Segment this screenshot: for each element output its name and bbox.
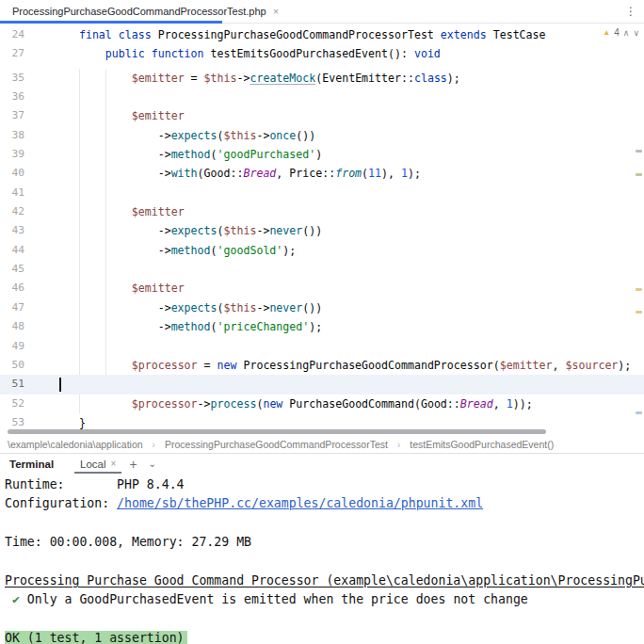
text-caret (59, 378, 61, 392)
code-line[interactable]: 37 $emitter (0, 106, 644, 125)
code-text: $processor = new ProcessingPurchaseGoodC… (24, 356, 631, 375)
warning-icon: ▲ (603, 28, 610, 37)
line-number: 49 (0, 337, 24, 356)
code-text (24, 184, 53, 202)
check-icon: ✔ (5, 592, 27, 606)
breadcrumb: \example\caledonia\application›Processin… (0, 436, 644, 453)
code-line[interactable]: 48 ->method('priceChanged'); (0, 317, 644, 336)
breadcrumb-separator-icon: › (397, 440, 400, 450)
line-number: 39 (0, 145, 24, 164)
code-line[interactable]: 50 $processor = new ProcessingPurchaseGo… (0, 356, 644, 375)
config-file-link[interactable]: /home/sb/thePHP.cc/examples/caledonia/ph… (117, 496, 483, 510)
stripe-mark[interactable] (636, 150, 642, 153)
line-number: 51 (0, 375, 24, 394)
code-line[interactable]: 51 (0, 375, 644, 394)
ide-window: ProcessingPurchaseGoodCommandProcessorTe… (0, 0, 644, 644)
code-line[interactable]: 36 (0, 88, 644, 106)
terminal-line: Configuration: /home/sb/thePHP.cc/exampl… (5, 494, 644, 513)
test-ok-badge: OK (1 test, 1 assertion) (5, 631, 187, 644)
code-line[interactable]: 52 $processor->process(new PurchaseGoodC… (0, 394, 644, 413)
line-number: 43 (0, 221, 24, 240)
code-text (24, 337, 53, 356)
code-text: ->expects($this->never()) (24, 298, 322, 317)
code-text: final class ProcessingPurchaseGoodComman… (24, 25, 546, 44)
code-text (24, 260, 53, 279)
new-terminal-icon[interactable]: + (129, 457, 137, 472)
code-text: $emitter (24, 106, 185, 125)
tab-title: ProcessingPurchaseGoodCommandProcessorTe… (12, 6, 266, 17)
code-text: $emitter (24, 279, 185, 298)
code-text: $processor->process(new PurchaseGoodComm… (24, 394, 533, 413)
code-line[interactable]: 40 ->with(Good::Bread, Price::from(11), … (0, 164, 644, 183)
line-number: 36 (0, 88, 24, 106)
code-line[interactable]: 38 ->expects($this->once()) (0, 126, 644, 145)
code-line[interactable]: 42 $emitter (0, 202, 644, 221)
next-problem-icon[interactable]: ∨ (633, 28, 639, 38)
code-text: ->expects($this->once()) (24, 126, 315, 145)
code-line[interactable]: 44 ->method('goodSold'); (0, 241, 644, 260)
terminal-line: ✔ Only a GoodPurchasedEvent is emitted w… (5, 590, 644, 609)
code-line[interactable]: 24 final class ProcessingPurchaseGoodCom… (0, 25, 644, 44)
breadcrumb-item[interactable]: testEmitsGoodPurchasedEvent() (410, 439, 554, 450)
code-line[interactable]: 45 (0, 260, 644, 279)
inspection-widget[interactable]: ▲4 ∧ ∨ (603, 27, 639, 38)
editor-tab-bar: ProcessingPurchaseGoodCommandProcessorTe… (0, 0, 644, 24)
stripe-mark[interactable] (636, 311, 642, 314)
terminal-tab-close-icon[interactable]: × (111, 459, 117, 469)
code-text: ->method('priceChanged'); (24, 317, 322, 336)
code-text: $emitter (24, 202, 185, 221)
tab-close-icon[interactable]: × (273, 6, 279, 17)
code-line[interactable]: 39 ->method('goodPurchased') (0, 145, 644, 164)
line-number: 27 (0, 44, 24, 63)
stripe-mark[interactable] (636, 411, 642, 414)
terminal-line (5, 610, 644, 629)
stripe-mark[interactable] (636, 288, 642, 291)
terminal-line (5, 553, 644, 572)
terminal-toolbar: Terminal Local × + ⌄ (0, 453, 644, 474)
horizontal-scrollbar[interactable] (8, 429, 546, 434)
tab-file[interactable]: ProcessingPurchaseGoodCommandProcessorTe… (0, 0, 222, 23)
code-text: ->method('goodPurchased') (24, 145, 322, 164)
line-number: 52 (0, 394, 24, 413)
code-line[interactable]: 46 $emitter (0, 279, 644, 298)
line-number: 40 (0, 164, 24, 183)
kebab-menu-icon[interactable]: ⋮ (618, 5, 644, 18)
line-number: 44 (0, 241, 24, 260)
code-line[interactable]: 27 public function testEmitsGoodPurchase… (0, 44, 644, 63)
code-text: ->with(Good::Bread, Price::from(11), 1); (24, 164, 421, 183)
terminal-line: Time: 00:00.008, Memory: 27.29 MB (5, 533, 644, 552)
code-line[interactable]: 35 $emitter = $this->createMock(EventEmi… (0, 69, 644, 88)
editor-lines: 24 final class ProcessingPurchaseGoodCom… (0, 24, 644, 432)
line-number: 38 (0, 126, 24, 145)
code-line[interactable]: 41 (0, 184, 644, 202)
line-number: 47 (0, 298, 24, 317)
code-text (24, 88, 53, 106)
terminal-line: Runtime: PHP 8.4.4 (5, 475, 644, 494)
line-number: 42 (0, 202, 24, 221)
breadcrumb-item[interactable]: ProcessingPurchaseGoodCommandProcessorTe… (165, 439, 388, 450)
terminal-output[interactable]: Runtime: PHP 8.4.4Configuration: /home/s… (0, 474, 644, 644)
terminal-tab-local[interactable]: Local × (74, 454, 121, 474)
code-text: $emitter = $this->createMock(EventEmitte… (24, 69, 460, 88)
code-line[interactable]: 43 ->expects($this->never()) (0, 221, 644, 240)
code-editor[interactable]: 24 final class ProcessingPurchaseGoodCom… (0, 24, 644, 436)
terminal-line (5, 514, 644, 533)
line-number: 50 (0, 356, 24, 375)
line-number: 41 (0, 184, 24, 202)
breadcrumb-separator-icon: › (153, 440, 155, 450)
line-number: 48 (0, 317, 24, 336)
line-number: 35 (0, 69, 24, 88)
terminal-line: OK (1 test, 1 assertion) (5, 629, 644, 644)
code-text: ->expects($this->never()) (24, 221, 322, 240)
code-text: ->method('goodSold'); (24, 241, 296, 260)
chevron-down-icon[interactable]: ⌄ (149, 459, 156, 469)
line-number: 46 (0, 279, 24, 298)
stripe-mark[interactable] (636, 173, 642, 176)
line-number: 24 (0, 25, 24, 44)
code-line[interactable]: 49 (0, 337, 644, 356)
code-text: public function testEmitsGoodPurchasedEv… (24, 44, 441, 63)
prev-problem-icon[interactable]: ∧ (623, 28, 630, 38)
code-line[interactable]: 47 ->expects($this->never()) (0, 298, 644, 317)
code-text (24, 375, 53, 394)
breadcrumb-item[interactable]: \example\caledonia\application (8, 439, 143, 450)
